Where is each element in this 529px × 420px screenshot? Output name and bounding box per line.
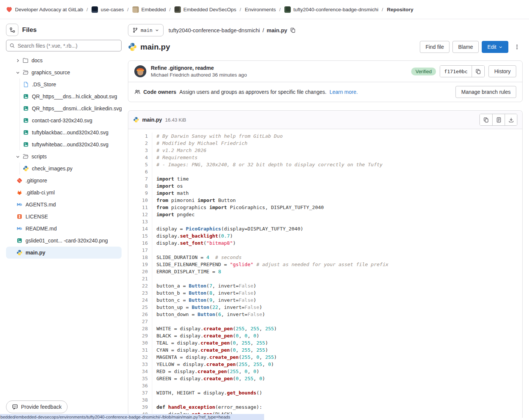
more-actions-button[interactable] bbox=[511, 41, 523, 53]
breadcrumb-label: Repository bbox=[387, 7, 413, 12]
line-number[interactable]: 17 bbox=[128, 247, 152, 254]
tree-item[interactable]: main.py bbox=[6, 247, 122, 259]
copy-file-contents-button[interactable] bbox=[480, 114, 492, 125]
line-number[interactable]: 11 bbox=[128, 204, 152, 211]
line-number[interactable]: 36 bbox=[128, 382, 152, 389]
line-number[interactable]: 18 bbox=[128, 254, 152, 261]
line-number[interactable]: 8 bbox=[128, 182, 152, 190]
line-number[interactable]: 25 bbox=[128, 304, 152, 311]
breadcrumb-item[interactable]: Developer Advocacy at GitLab/ bbox=[6, 6, 88, 13]
repo-name-link[interactable]: tufty2040-conference-badge-dnsmichi bbox=[168, 27, 260, 33]
code-owners-text: Assign users and groups as approvers for… bbox=[179, 89, 326, 95]
tree-item-label: tuftywhitebac...ound320x240.svg bbox=[32, 142, 108, 148]
line-number[interactable]: 34 bbox=[128, 368, 152, 375]
tree-item[interactable]: QR_https___dns...hi.click_about.svg bbox=[6, 90, 122, 102]
file-tree-toggle-button[interactable] bbox=[6, 24, 18, 36]
code-text: # Modified by Michael Friedrich bbox=[152, 140, 248, 147]
line-number[interactable]: 20 bbox=[128, 268, 152, 275]
line-number[interactable]: 30 bbox=[128, 339, 152, 346]
line-number[interactable]: 28 bbox=[128, 325, 152, 332]
line-number[interactable]: 4 bbox=[128, 154, 152, 161]
tree-expander[interactable] bbox=[15, 70, 20, 75]
line-number[interactable]: 27 bbox=[128, 318, 152, 325]
tree-item[interactable]: .gitignore bbox=[6, 175, 122, 187]
line-number[interactable]: 37 bbox=[128, 389, 152, 396]
find-file-button[interactable]: Find file bbox=[420, 41, 449, 53]
line-number[interactable]: 10 bbox=[128, 197, 152, 204]
tree-item[interactable]: LICENSE bbox=[6, 211, 122, 223]
edit-button[interactable]: Edit bbox=[482, 41, 508, 53]
line-number[interactable]: 29 bbox=[128, 332, 152, 339]
line-number[interactable]: 14 bbox=[128, 225, 152, 232]
tree-item[interactable]: docs bbox=[6, 54, 122, 66]
tree-item[interactable]: scripts bbox=[6, 151, 122, 163]
tree-expander[interactable] bbox=[15, 58, 20, 63]
breadcrumb-item[interactable]: use-cases/ bbox=[92, 6, 128, 13]
tree-item[interactable]: check_images.py bbox=[6, 163, 122, 175]
line-number[interactable]: 33 bbox=[128, 361, 152, 368]
image-file-icon bbox=[23, 142, 29, 148]
breadcrumb-item[interactable]: Environments/ bbox=[245, 7, 281, 12]
provide-feedback-button[interactable]: Provide feedback bbox=[6, 400, 68, 413]
line-number[interactable]: 7 bbox=[128, 175, 152, 182]
line-number[interactable]: 38 bbox=[128, 396, 152, 403]
line-number[interactable]: 12 bbox=[128, 211, 152, 218]
breadcrumb-item[interactable]: Embedded DevSecOps/ bbox=[174, 6, 241, 13]
search-files-input[interactable] bbox=[6, 40, 122, 51]
breadcrumb-item[interactable]: tufty2040-conference-badge-dnsmichi/ bbox=[284, 6, 383, 13]
tree-expander[interactable] bbox=[15, 154, 20, 159]
line-number[interactable]: 19 bbox=[128, 261, 152, 268]
code-text bbox=[152, 318, 156, 325]
tree-item[interactable]: AGENTS.md bbox=[6, 199, 122, 211]
code-line: 38 bbox=[128, 396, 522, 403]
commit-title-link[interactable]: Refine .gitignore, readme bbox=[151, 65, 247, 71]
line-number[interactable]: 16 bbox=[128, 239, 152, 247]
line-number[interactable]: 15 bbox=[128, 232, 152, 239]
tree-item[interactable]: README.md bbox=[6, 223, 122, 235]
code-text: BLACK = display.create_pen(0, 0, 0) bbox=[152, 332, 259, 339]
line-number[interactable]: 26 bbox=[128, 311, 152, 318]
copy-commit-hash-button[interactable] bbox=[472, 66, 484, 77]
commit-hash[interactable]: f171e0bc bbox=[440, 66, 472, 77]
commit-author-avatar[interactable] bbox=[134, 65, 146, 77]
line-number[interactable]: 3 bbox=[128, 147, 152, 154]
line-number[interactable]: 2 bbox=[128, 140, 152, 147]
blame-button[interactable]: Blame bbox=[452, 41, 479, 53]
line-number[interactable]: 32 bbox=[128, 354, 152, 361]
tree-item[interactable]: graphics_source bbox=[6, 66, 122, 78]
open-raw-file-button[interactable] bbox=[492, 114, 505, 125]
line-number[interactable]: 21 bbox=[128, 275, 152, 282]
line-number[interactable]: 5 bbox=[128, 161, 152, 168]
download-file-button[interactable] bbox=[505, 114, 517, 125]
tree-item[interactable]: contact-card-320x240.svg bbox=[6, 114, 122, 126]
file-tree: docsgraphics_source.DS_StoreQR_https___d… bbox=[6, 54, 122, 259]
manage-branch-rules-button[interactable]: Manage branch rules bbox=[455, 86, 516, 98]
code-text: CYAN = display.create_pen(0, 255, 255) bbox=[152, 346, 268, 354]
kebab-menu-icon bbox=[514, 44, 520, 50]
line-number[interactable]: 13 bbox=[128, 218, 152, 225]
line-number[interactable]: 6 bbox=[128, 168, 152, 175]
tree-item[interactable]: .DS_Store bbox=[6, 78, 122, 90]
line-number[interactable]: 39 bbox=[128, 403, 152, 411]
breadcrumb-label: tufty2040-conference-badge-dnsmichi bbox=[293, 7, 379, 12]
line-number[interactable]: 23 bbox=[128, 289, 152, 297]
tree-item[interactable]: tuftyblackbac...ound320x240.svg bbox=[6, 126, 122, 138]
tree-item[interactable]: .gitlab-ci.yml bbox=[6, 187, 122, 199]
tree-item-label: docs bbox=[32, 57, 43, 63]
branch-name: main bbox=[141, 27, 152, 33]
tree-item[interactable]: QR_https___dnsmi...click_linkedin.svg bbox=[6, 102, 122, 114]
line-number[interactable]: 24 bbox=[128, 297, 152, 304]
line-number[interactable]: 22 bbox=[128, 282, 152, 289]
learn-more-link[interactable]: Learn more. bbox=[329, 89, 358, 95]
breadcrumb-item[interactable]: Embedded/ bbox=[132, 6, 171, 13]
verified-badge[interactable]: Verified bbox=[411, 68, 436, 75]
copy-path-icon[interactable] bbox=[290, 27, 296, 33]
branch-selector[interactable]: main bbox=[128, 24, 164, 36]
line-number[interactable]: 35 bbox=[128, 375, 152, 382]
history-button[interactable]: History bbox=[488, 65, 516, 77]
tree-item[interactable]: tuftywhitebac...ound320x240.svg bbox=[6, 138, 122, 151]
line-number[interactable]: 31 bbox=[128, 346, 152, 354]
tree-item[interactable]: gslide01_cont... -card-320x240.png bbox=[6, 235, 122, 247]
line-number[interactable]: 9 bbox=[128, 190, 152, 197]
line-number[interactable]: 1 bbox=[128, 132, 152, 140]
